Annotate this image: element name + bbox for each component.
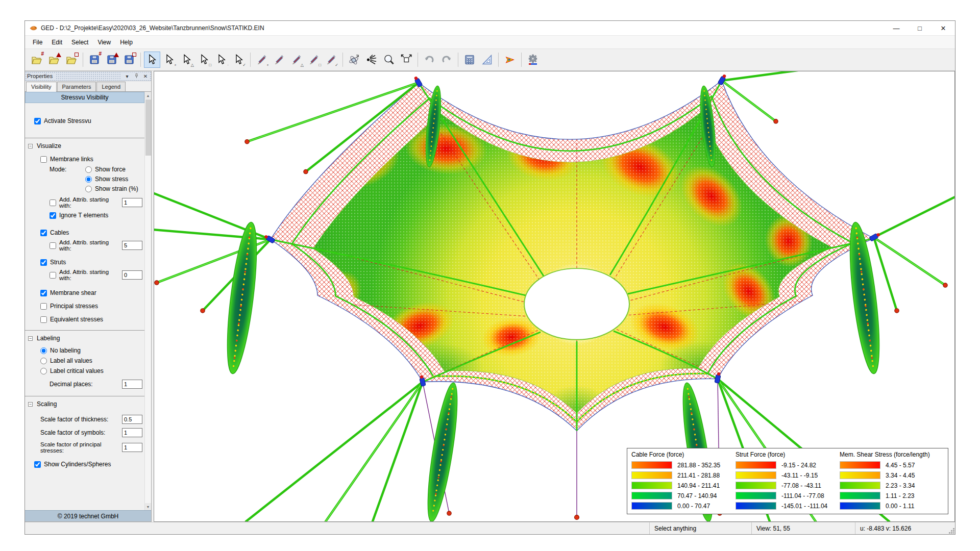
panel-close-icon[interactable]: ✕ bbox=[142, 72, 149, 80]
magnifier-icon bbox=[383, 54, 395, 66]
struts-add-attrib-checkbox[interactable] bbox=[50, 272, 56, 279]
equivalent-stresses-checkbox[interactable] bbox=[40, 316, 47, 323]
menu-select[interactable]: Select bbox=[67, 37, 93, 48]
menu-help[interactable]: Help bbox=[115, 37, 137, 48]
show-strain-radio[interactable] bbox=[85, 186, 92, 192]
select-square-tool-button[interactable]: □ bbox=[196, 52, 212, 68]
membrane-links-checkbox[interactable] bbox=[40, 156, 47, 163]
stressvu-visibility-header: Stressvu Visibility bbox=[25, 92, 144, 103]
resize-grip[interactable] bbox=[948, 527, 955, 534]
labeling-group-header: − Labeling bbox=[28, 335, 144, 342]
draw-square-tool-button[interactable]: □ bbox=[306, 52, 322, 68]
zoom-extents-icon bbox=[400, 54, 412, 66]
principal-stresses-checkbox[interactable] bbox=[40, 303, 47, 310]
save-hash-button[interactable]: # bbox=[86, 52, 103, 68]
pin-icon[interactable] bbox=[133, 72, 140, 80]
redo-button[interactable] bbox=[438, 52, 455, 68]
cursor-icon bbox=[215, 54, 228, 66]
draw-check-tool-button[interactable]: ✓ bbox=[323, 52, 339, 68]
undo-button[interactable] bbox=[421, 52, 437, 68]
select-triangle-tool-button[interactable]: △ bbox=[179, 52, 195, 68]
flag-button[interactable] bbox=[502, 52, 518, 68]
draw-triangle-tool-button[interactable]: △ bbox=[288, 52, 305, 68]
minimize-button[interactable]: — bbox=[885, 21, 908, 35]
no-labeling-radio[interactable] bbox=[40, 347, 47, 354]
scroll-up-icon[interactable]: ▲ bbox=[145, 92, 151, 99]
scroll-down-icon[interactable]: ▼ bbox=[145, 503, 151, 510]
menu-file[interactable]: File bbox=[28, 37, 47, 48]
status-bar: Select anything View: 51, 55 u: -8.483 v… bbox=[25, 522, 955, 534]
calculator-button[interactable] bbox=[461, 52, 478, 68]
chevron-down-icon[interactable]: ▾ bbox=[124, 72, 131, 80]
collapse-icon[interactable]: − bbox=[28, 402, 33, 407]
struts-checkbox[interactable] bbox=[40, 259, 47, 266]
cables-add-attrib-checkbox[interactable] bbox=[50, 242, 56, 249]
activate-stressvu-checkbox[interactable] bbox=[34, 118, 41, 124]
maximize-button[interactable]: □ bbox=[908, 21, 932, 35]
collapse-icon[interactable]: − bbox=[28, 144, 33, 148]
cursor-icon bbox=[146, 54, 158, 66]
set-square-button[interactable] bbox=[479, 52, 495, 68]
scale-symbols-input[interactable] bbox=[122, 428, 142, 437]
principal-stresses-label: Principal stresses bbox=[50, 303, 98, 310]
show-stress-radio[interactable] bbox=[85, 176, 92, 183]
select-circle-tool-button[interactable]: ∘ bbox=[161, 52, 178, 68]
show-cylinders-checkbox[interactable] bbox=[34, 461, 41, 468]
zoom-button[interactable] bbox=[381, 52, 397, 68]
menu-edit[interactable]: Edit bbox=[47, 37, 67, 48]
open-hash-button[interactable]: # bbox=[29, 52, 45, 68]
gradient-bar bbox=[736, 492, 776, 499]
save-square-button[interactable] bbox=[121, 52, 137, 68]
select-dot-tool-button[interactable]: · bbox=[213, 52, 230, 68]
membrane-add-attrib-input[interactable] bbox=[122, 198, 142, 207]
gradient-bar bbox=[631, 461, 672, 469]
collapse-icon[interactable]: − bbox=[28, 336, 33, 341]
scale-thickness-input[interactable] bbox=[122, 415, 142, 424]
open-square-button[interactable] bbox=[63, 52, 80, 68]
select-tool-button[interactable] bbox=[144, 52, 160, 68]
orbit-view-button[interactable] bbox=[346, 52, 362, 68]
app-window: GED - D:\2_Projekte\Easy\2020\03_26_Webs… bbox=[24, 20, 955, 535]
select-check-tool-button[interactable]: ✓ bbox=[231, 52, 247, 68]
save-triangle-button[interactable] bbox=[104, 52, 120, 68]
show-cylinders-label: Show Cylinders/Spheres bbox=[44, 461, 111, 468]
decimal-places-input[interactable] bbox=[122, 380, 142, 389]
menu-view[interactable]: View bbox=[93, 37, 115, 48]
tab-visibility[interactable]: Visibility bbox=[26, 82, 57, 92]
gradient-bar bbox=[840, 461, 880, 469]
membrane-add-attrib-checkbox[interactable] bbox=[50, 199, 56, 206]
set-square-icon bbox=[481, 54, 493, 66]
membrane-shear-checkbox[interactable] bbox=[40, 290, 47, 296]
settings-button[interactable] bbox=[525, 52, 541, 68]
status-view: View: 51, 55 bbox=[751, 522, 855, 534]
scale-principal-input[interactable] bbox=[122, 443, 142, 452]
cables-add-attrib-input[interactable] bbox=[122, 241, 142, 250]
panel-header: Properties ▾ ✕ bbox=[25, 71, 151, 81]
open-triangle-button[interactable] bbox=[46, 52, 62, 68]
label-critical-radio[interactable] bbox=[40, 368, 47, 374]
flag-icon bbox=[504, 54, 516, 66]
ignore-t-checkbox[interactable] bbox=[50, 212, 56, 219]
draw-circle-tool-button[interactable]: ∘ bbox=[254, 52, 270, 68]
label-all-radio[interactable] bbox=[40, 358, 47, 364]
tab-legend[interactable]: Legend bbox=[96, 82, 126, 91]
panel-scrollbar[interactable]: ▲ ▼ bbox=[144, 92, 151, 510]
scrollbar-thumb[interactable] bbox=[145, 99, 151, 156]
show-force-radio[interactable] bbox=[85, 166, 92, 173]
gradient-bar bbox=[631, 502, 672, 510]
toolbar: # # ∘ △ □ · ✓ ∘ △ □ ✓ bbox=[25, 48, 955, 71]
struts-add-attrib-input[interactable] bbox=[122, 270, 142, 280]
status-uv: u: -8.483 v: 15.626 bbox=[855, 522, 948, 534]
explode-view-button[interactable] bbox=[363, 52, 380, 68]
draw-tool-button[interactable] bbox=[271, 52, 287, 68]
decimal-places-label: Decimal places: bbox=[50, 381, 93, 388]
zoom-extents-button[interactable] bbox=[398, 52, 414, 68]
viewport-canvas[interactable]: Cable Force (force) 281.88 - 352.35 211.… bbox=[154, 71, 955, 522]
scale-thickness-label: Scale factor of thickness: bbox=[40, 416, 108, 423]
status-hint: Select anything bbox=[649, 522, 751, 534]
calculator-icon bbox=[463, 54, 476, 66]
cables-checkbox[interactable] bbox=[40, 230, 47, 236]
close-button[interactable]: ✕ bbox=[932, 21, 955, 35]
mode-label: Mode: bbox=[50, 166, 85, 173]
tab-parameters[interactable]: Parameters bbox=[57, 82, 96, 91]
